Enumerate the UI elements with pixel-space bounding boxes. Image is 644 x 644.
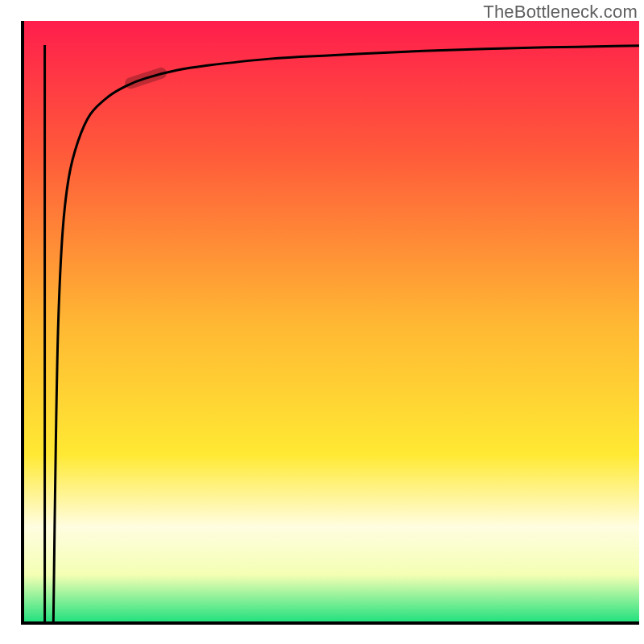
chart-svg — [0, 0, 644, 644]
chart-container: TheBottleneck.com — [0, 0, 644, 644]
plot-background — [23, 21, 639, 623]
